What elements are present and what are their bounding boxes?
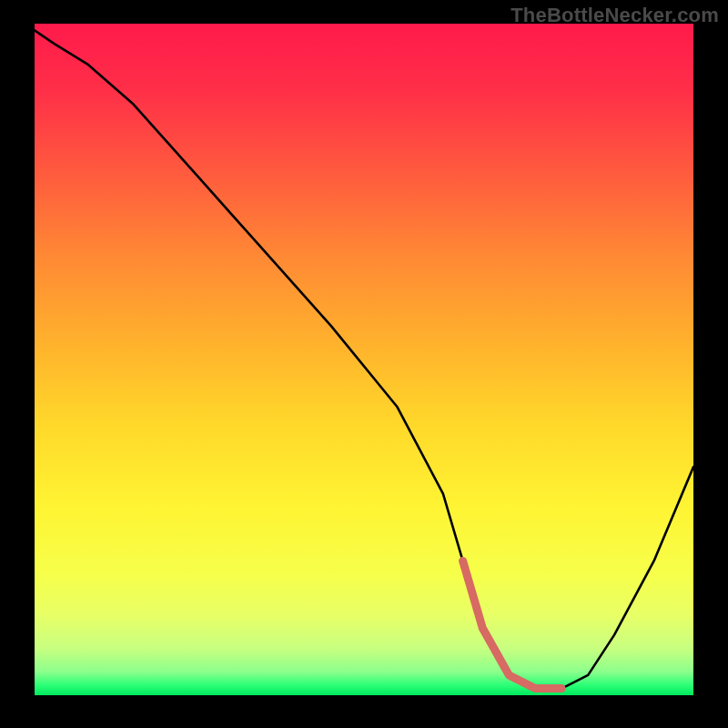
chart-curve-layer	[35, 24, 693, 695]
bottleneck-curve	[35, 30, 693, 688]
plot-area	[35, 24, 693, 695]
watermark-text: TheBottleNecker.com	[511, 4, 719, 27]
minimum-highlight	[463, 561, 562, 688]
chart-frame: TheBottleNecker.com	[0, 0, 728, 728]
